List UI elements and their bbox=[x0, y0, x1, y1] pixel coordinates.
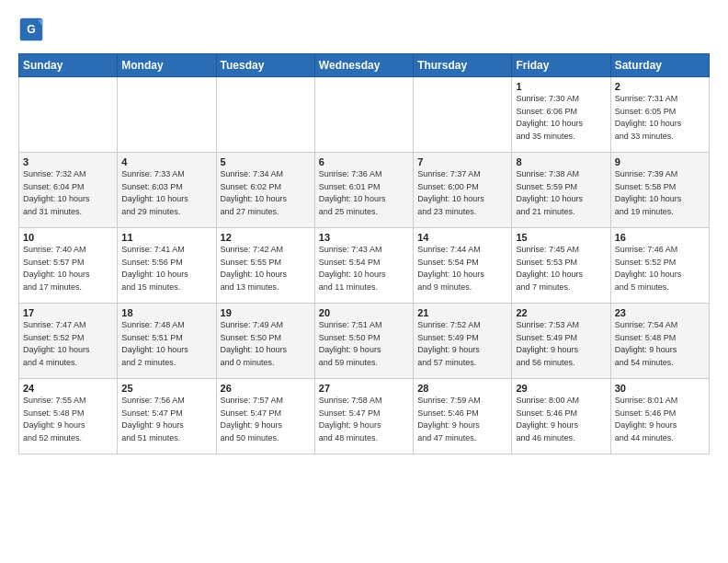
day-info: Sunrise: 8:01 AM Sunset: 5:46 PM Dayligh… bbox=[615, 395, 705, 444]
day-info: Sunrise: 7:33 AM Sunset: 6:03 PM Dayligh… bbox=[121, 168, 211, 218]
day-number: 10 bbox=[23, 232, 113, 243]
calendar-cell: 13Sunrise: 7:43 AM Sunset: 5:54 PM Dayli… bbox=[314, 228, 413, 304]
day-number: 6 bbox=[319, 156, 409, 167]
calendar-week-3: 10Sunrise: 7:40 AM Sunset: 5:57 PM Dayli… bbox=[19, 228, 710, 304]
calendar-cell: 14Sunrise: 7:44 AM Sunset: 5:54 PM Dayli… bbox=[414, 228, 512, 304]
calendar-cell: 24Sunrise: 7:55 AM Sunset: 5:48 PM Dayli… bbox=[19, 379, 118, 454]
day-info: Sunrise: 7:51 AM Sunset: 5:50 PM Dayligh… bbox=[319, 319, 409, 369]
header: G bbox=[18, 17, 710, 42]
calendar-cell: 29Sunrise: 8:00 AM Sunset: 5:46 PM Dayli… bbox=[512, 379, 610, 454]
weekday-header-row: SundayMondayTuesdayWednesdayThursdayFrid… bbox=[19, 54, 710, 77]
day-info: Sunrise: 7:55 AM Sunset: 5:48 PM Dayligh… bbox=[23, 395, 113, 444]
calendar-cell bbox=[118, 77, 216, 153]
svg-text:G: G bbox=[27, 23, 36, 36]
calendar-week-1: 1Sunrise: 7:30 AM Sunset: 6:06 PM Daylig… bbox=[19, 77, 710, 153]
day-info: Sunrise: 8:00 AM Sunset: 5:46 PM Dayligh… bbox=[516, 395, 606, 444]
weekday-header-wednesday: Wednesday bbox=[314, 54, 413, 77]
calendar-cell: 20Sunrise: 7:51 AM Sunset: 5:50 PM Dayli… bbox=[314, 304, 413, 379]
day-number: 17 bbox=[23, 307, 113, 318]
day-number: 25 bbox=[121, 383, 211, 394]
day-info: Sunrise: 7:42 AM Sunset: 5:55 PM Dayligh… bbox=[221, 244, 311, 293]
calendar-week-4: 17Sunrise: 7:47 AM Sunset: 5:52 PM Dayli… bbox=[19, 304, 710, 379]
day-info: Sunrise: 7:44 AM Sunset: 5:54 PM Dayligh… bbox=[417, 244, 507, 293]
calendar-cell: 25Sunrise: 7:56 AM Sunset: 5:47 PM Dayli… bbox=[118, 379, 216, 454]
day-number: 12 bbox=[221, 232, 311, 243]
calendar-cell: 27Sunrise: 7:58 AM Sunset: 5:47 PM Dayli… bbox=[314, 379, 413, 454]
day-info: Sunrise: 7:39 AM Sunset: 5:58 PM Dayligh… bbox=[615, 168, 705, 218]
calendar-cell: 9Sunrise: 7:39 AM Sunset: 5:58 PM Daylig… bbox=[610, 153, 709, 228]
day-number: 8 bbox=[516, 156, 606, 167]
calendar-cell: 2Sunrise: 7:31 AM Sunset: 6:05 PM Daylig… bbox=[610, 77, 709, 153]
day-info: Sunrise: 7:47 AM Sunset: 5:52 PM Dayligh… bbox=[23, 319, 113, 369]
day-number: 21 bbox=[417, 307, 507, 318]
calendar-cell: 28Sunrise: 7:59 AM Sunset: 5:46 PM Dayli… bbox=[414, 379, 512, 454]
calendar-cell: 22Sunrise: 7:53 AM Sunset: 5:49 PM Dayli… bbox=[512, 304, 610, 379]
day-number: 3 bbox=[23, 156, 113, 167]
day-number: 7 bbox=[417, 156, 507, 167]
calendar-cell bbox=[414, 77, 512, 153]
day-info: Sunrise: 7:34 AM Sunset: 6:02 PM Dayligh… bbox=[221, 168, 311, 218]
day-info: Sunrise: 7:37 AM Sunset: 6:00 PM Dayligh… bbox=[417, 168, 507, 218]
day-info: Sunrise: 7:40 AM Sunset: 5:57 PM Dayligh… bbox=[23, 244, 113, 293]
weekday-header-tuesday: Tuesday bbox=[216, 54, 314, 77]
calendar-cell: 10Sunrise: 7:40 AM Sunset: 5:57 PM Dayli… bbox=[19, 228, 118, 304]
calendar-cell: 17Sunrise: 7:47 AM Sunset: 5:52 PM Dayli… bbox=[19, 304, 118, 379]
day-info: Sunrise: 7:59 AM Sunset: 5:46 PM Dayligh… bbox=[417, 395, 507, 444]
calendar-cell: 11Sunrise: 7:41 AM Sunset: 5:56 PM Dayli… bbox=[118, 228, 216, 304]
day-number: 9 bbox=[615, 156, 705, 167]
calendar-cell bbox=[19, 77, 118, 153]
day-number: 5 bbox=[221, 156, 311, 167]
day-info: Sunrise: 7:41 AM Sunset: 5:56 PM Dayligh… bbox=[121, 244, 211, 293]
logo: G bbox=[18, 17, 48, 42]
day-info: Sunrise: 7:43 AM Sunset: 5:54 PM Dayligh… bbox=[319, 244, 409, 293]
day-info: Sunrise: 7:46 AM Sunset: 5:52 PM Dayligh… bbox=[615, 244, 705, 293]
calendar-cell: 3Sunrise: 7:32 AM Sunset: 6:04 PM Daylig… bbox=[19, 153, 118, 228]
day-info: Sunrise: 7:49 AM Sunset: 5:50 PM Dayligh… bbox=[221, 319, 311, 369]
weekday-header-monday: Monday bbox=[118, 54, 216, 77]
day-info: Sunrise: 7:38 AM Sunset: 5:59 PM Dayligh… bbox=[516, 168, 606, 218]
weekday-header-saturday: Saturday bbox=[610, 54, 709, 77]
calendar-cell: 30Sunrise: 8:01 AM Sunset: 5:46 PM Dayli… bbox=[610, 379, 709, 454]
calendar-cell: 4Sunrise: 7:33 AM Sunset: 6:03 PM Daylig… bbox=[118, 153, 216, 228]
day-number: 22 bbox=[516, 307, 606, 318]
calendar-cell: 23Sunrise: 7:54 AM Sunset: 5:48 PM Dayli… bbox=[610, 304, 709, 379]
day-number: 30 bbox=[615, 383, 705, 394]
weekday-header-friday: Friday bbox=[512, 54, 610, 77]
day-number: 28 bbox=[417, 383, 507, 394]
calendar-cell: 19Sunrise: 7:49 AM Sunset: 5:50 PM Dayli… bbox=[216, 304, 314, 379]
day-info: Sunrise: 7:45 AM Sunset: 5:53 PM Dayligh… bbox=[516, 244, 606, 293]
day-number: 19 bbox=[221, 307, 311, 318]
day-info: Sunrise: 7:31 AM Sunset: 6:05 PM Dayligh… bbox=[615, 93, 705, 143]
day-number: 4 bbox=[121, 156, 211, 167]
calendar-cell: 5Sunrise: 7:34 AM Sunset: 6:02 PM Daylig… bbox=[216, 153, 314, 228]
day-number: 18 bbox=[121, 307, 211, 318]
calendar-cell: 8Sunrise: 7:38 AM Sunset: 5:59 PM Daylig… bbox=[512, 153, 610, 228]
day-info: Sunrise: 7:48 AM Sunset: 5:51 PM Dayligh… bbox=[121, 319, 211, 369]
calendar-table: SundayMondayTuesdayWednesdayThursdayFrid… bbox=[18, 53, 710, 454]
calendar-cell: 16Sunrise: 7:46 AM Sunset: 5:52 PM Dayli… bbox=[610, 228, 709, 304]
calendar-cell: 26Sunrise: 7:57 AM Sunset: 5:47 PM Dayli… bbox=[216, 379, 314, 454]
logo-icon: G bbox=[18, 17, 44, 42]
calendar-cell: 7Sunrise: 7:37 AM Sunset: 6:00 PM Daylig… bbox=[414, 153, 512, 228]
calendar-cell bbox=[314, 77, 413, 153]
calendar-week-5: 24Sunrise: 7:55 AM Sunset: 5:48 PM Dayli… bbox=[19, 379, 710, 454]
day-info: Sunrise: 7:30 AM Sunset: 6:06 PM Dayligh… bbox=[516, 93, 606, 143]
day-number: 29 bbox=[516, 383, 606, 394]
day-number: 27 bbox=[319, 383, 409, 394]
day-info: Sunrise: 7:36 AM Sunset: 6:01 PM Dayligh… bbox=[319, 168, 409, 218]
day-info: Sunrise: 7:52 AM Sunset: 5:49 PM Dayligh… bbox=[417, 319, 507, 369]
calendar-cell: 12Sunrise: 7:42 AM Sunset: 5:55 PM Dayli… bbox=[216, 228, 314, 304]
day-number: 16 bbox=[615, 232, 705, 243]
calendar-cell: 6Sunrise: 7:36 AM Sunset: 6:01 PM Daylig… bbox=[314, 153, 413, 228]
day-number: 23 bbox=[615, 307, 705, 318]
day-number: 24 bbox=[23, 383, 113, 394]
day-info: Sunrise: 7:58 AM Sunset: 5:47 PM Dayligh… bbox=[319, 395, 409, 444]
day-number: 15 bbox=[516, 232, 606, 243]
calendar-cell: 21Sunrise: 7:52 AM Sunset: 5:49 PM Dayli… bbox=[414, 304, 512, 379]
day-info: Sunrise: 7:54 AM Sunset: 5:48 PM Dayligh… bbox=[615, 319, 705, 369]
calendar-cell bbox=[216, 77, 314, 153]
day-info: Sunrise: 7:32 AM Sunset: 6:04 PM Dayligh… bbox=[23, 168, 113, 218]
day-info: Sunrise: 7:56 AM Sunset: 5:47 PM Dayligh… bbox=[121, 395, 211, 444]
weekday-header-thursday: Thursday bbox=[414, 54, 512, 77]
day-number: 11 bbox=[121, 232, 211, 243]
